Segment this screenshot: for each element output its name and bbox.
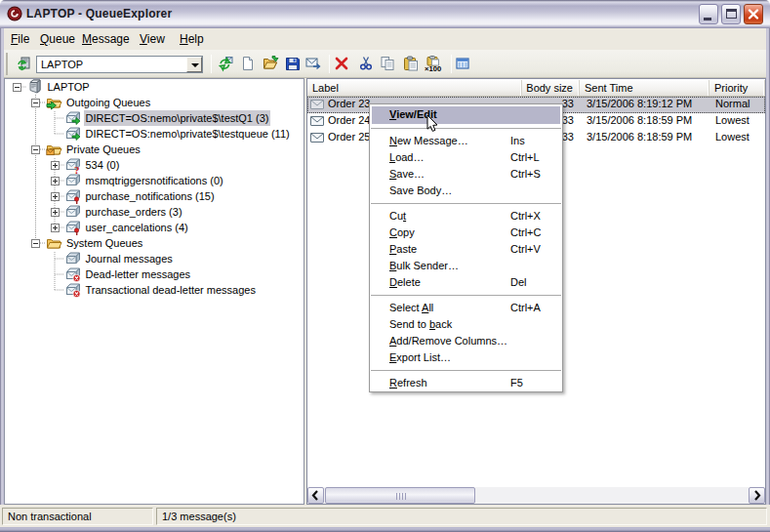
svg-text:×100: ×100	[425, 64, 441, 73]
